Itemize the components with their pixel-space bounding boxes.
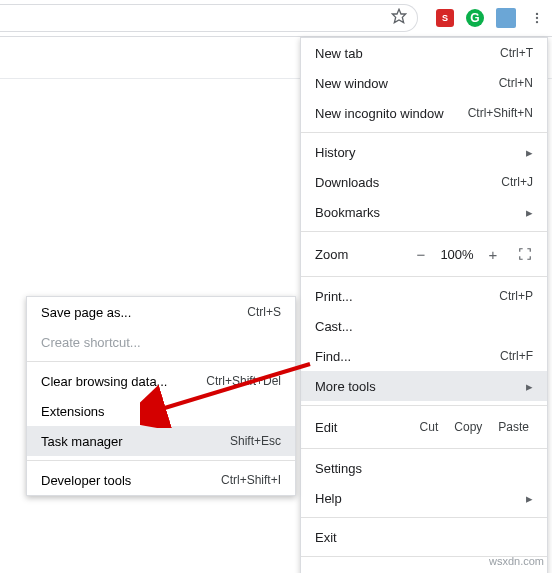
submenu-clear-data[interactable]: Clear browsing data... Ctrl+Shift+Del [27,366,295,396]
menu-label: New window [315,76,388,91]
menu-shortcut: Ctrl+Shift+N [468,106,533,120]
submenu-label: Save page as... [41,305,131,320]
menu-cast[interactable]: Cast... [301,311,547,341]
menu-shortcut: Ctrl+T [500,46,533,60]
menu-label: Bookmarks [315,205,380,220]
omnibox[interactable] [0,4,418,32]
menu-label: More tools [315,379,376,394]
menu-history[interactable]: History ▸ [301,137,547,167]
menu-label: Help [315,491,342,506]
menu-find[interactable]: Find... Ctrl+F [301,341,547,371]
menu-downloads[interactable]: Downloads Ctrl+J [301,167,547,197]
svg-point-3 [536,21,538,23]
svg-marker-0 [392,9,405,22]
menu-label: Downloads [315,175,379,190]
submenu-save-page[interactable]: Save page as... Ctrl+S [27,297,295,327]
zoom-in-button[interactable]: + [479,246,507,263]
menu-exit[interactable]: Exit [301,522,547,552]
menu-incognito[interactable]: New incognito window Ctrl+Shift+N [301,98,547,128]
fullscreen-icon[interactable] [513,242,537,266]
menu-zoom-row: Zoom − 100% + [301,236,547,272]
edit-label: Edit [315,420,412,435]
menu-label: Exit [315,530,337,545]
building-icon [315,569,331,574]
watermark-text: wsxdn.com [489,555,544,567]
menu-separator [301,517,547,518]
bookmark-star-icon[interactable] [391,8,407,28]
submenu-shortcut: Ctrl+Shift+Del [206,374,281,388]
submenu-label: Clear browsing data... [41,374,167,389]
more-tools-submenu: Save page as... Ctrl+S Create shortcut..… [26,296,296,496]
menu-separator [301,405,547,406]
submenu-label: Create shortcut... [41,335,141,350]
submenu-label: Developer tools [41,473,131,488]
submenu-label: Extensions [41,404,105,419]
submenu-shortcut: Ctrl+S [247,305,281,319]
menu-separator [301,132,547,133]
extension-grammarly-icon[interactable]: G [466,9,484,27]
zoom-value: 100% [435,247,479,262]
menu-label: Print... [315,289,353,304]
copy-button[interactable]: Copy [446,416,490,438]
menu-more-tools[interactable]: More tools ▸ [301,371,547,401]
menu-edit-row: Edit Cut Copy Paste [301,410,547,444]
menu-bookmarks[interactable]: Bookmarks ▸ [301,197,547,227]
chevron-right-icon: ▸ [526,491,533,506]
submenu-create-shortcut: Create shortcut... [27,327,295,357]
cut-button[interactable]: Cut [412,416,447,438]
extension-s-icon[interactable]: S [436,9,454,27]
profile-avatar-icon[interactable] [496,8,516,28]
zoom-label: Zoom [315,247,407,262]
svg-point-1 [536,13,538,15]
menu-help[interactable]: Help ▸ [301,483,547,513]
chevron-right-icon: ▸ [526,205,533,220]
menu-shortcut: Ctrl+P [499,289,533,303]
menu-separator [27,460,295,461]
menu-separator [301,276,547,277]
submenu-label: Task manager [41,434,123,449]
menu-label: New tab [315,46,363,61]
kebab-menu-icon[interactable] [528,9,546,27]
submenu-extensions[interactable]: Extensions [27,396,295,426]
submenu-task-manager[interactable]: Task manager Shift+Esc [27,426,295,456]
chevron-right-icon: ▸ [526,379,533,394]
menu-separator [301,448,547,449]
chevron-right-icon: ▸ [526,145,533,160]
submenu-shortcut: Shift+Esc [230,434,281,448]
submenu-shortcut: Ctrl+Shift+I [221,473,281,487]
chrome-main-menu: New tab Ctrl+T New window Ctrl+N New inc… [300,37,548,573]
menu-label: Cast... [315,319,353,334]
menu-label: Settings [315,461,362,476]
menu-separator [27,361,295,362]
menu-shortcut: Ctrl+F [500,349,533,363]
submenu-developer-tools[interactable]: Developer tools Ctrl+Shift+I [27,465,295,495]
menu-label: Find... [315,349,351,364]
menu-settings[interactable]: Settings [301,453,547,483]
browser-toolbar: S G [0,0,552,37]
menu-new-tab[interactable]: New tab Ctrl+T [301,38,547,68]
menu-new-window[interactable]: New window Ctrl+N [301,68,547,98]
menu-label: New incognito window [315,106,444,121]
menu-shortcut: Ctrl+N [499,76,533,90]
menu-print[interactable]: Print... Ctrl+P [301,281,547,311]
menu-shortcut: Ctrl+J [501,175,533,189]
menu-label: History [315,145,355,160]
svg-point-2 [536,17,538,19]
paste-button[interactable]: Paste [490,416,537,438]
menu-separator [301,231,547,232]
zoom-out-button[interactable]: − [407,246,435,263]
